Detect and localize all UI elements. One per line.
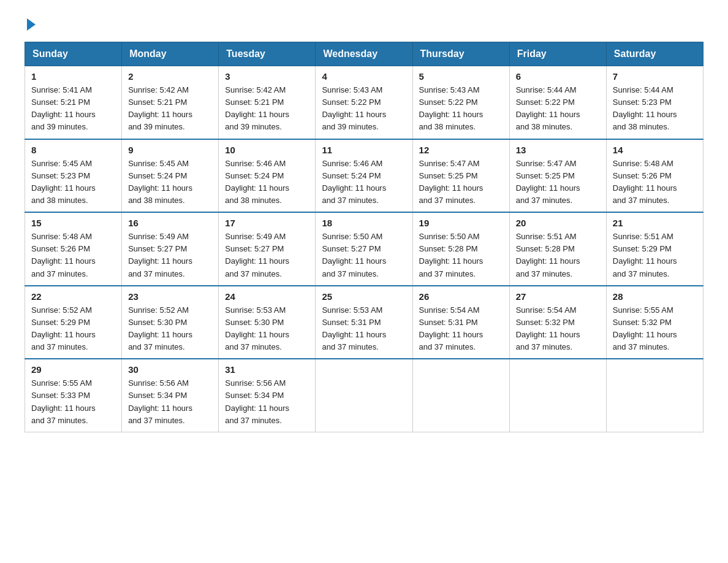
calendar-cell: 9 Sunrise: 5:45 AMSunset: 5:24 PMDayligh… — [122, 139, 219, 213]
day-number: 17 — [225, 218, 309, 228]
day-info: Sunrise: 5:52 AMSunset: 5:29 PMDaylight:… — [31, 304, 115, 354]
day-info: Sunrise: 5:47 AMSunset: 5:25 PMDaylight:… — [419, 158, 503, 207]
calendar-cell: 31 Sunrise: 5:56 AMSunset: 5:34 PMDaylig… — [219, 359, 316, 432]
day-number: 21 — [613, 218, 697, 228]
day-number: 27 — [516, 291, 600, 302]
calendar-week-3: 15 Sunrise: 5:48 AMSunset: 5:26 PMDaylig… — [25, 212, 703, 286]
day-info: Sunrise: 5:52 AMSunset: 5:30 PMDaylight:… — [128, 304, 212, 354]
logo-triangle-icon — [27, 18, 36, 31]
header-cell-sunday: Sunday — [25, 42, 122, 66]
calendar-week-2: 8 Sunrise: 5:45 AMSunset: 5:23 PMDayligh… — [25, 139, 703, 213]
day-number: 19 — [419, 218, 503, 228]
day-info: Sunrise: 5:54 AMSunset: 5:32 PMDaylight:… — [516, 304, 600, 354]
day-info: Sunrise: 5:56 AMSunset: 5:34 PMDaylight:… — [225, 377, 309, 427]
calendar-cell: 13 Sunrise: 5:47 AMSunset: 5:25 PMDaylig… — [509, 139, 606, 213]
calendar-table: SundayMondayTuesdayWednesdayThursdayFrid… — [25, 42, 703, 432]
day-number: 4 — [322, 71, 406, 82]
day-number: 15 — [31, 218, 115, 228]
calendar-cell: 27 Sunrise: 5:54 AMSunset: 5:32 PMDaylig… — [509, 286, 606, 359]
calendar-cell — [509, 359, 606, 432]
calendar-cell: 29 Sunrise: 5:55 AMSunset: 5:33 PMDaylig… — [25, 359, 122, 432]
day-info: Sunrise: 5:45 AMSunset: 5:23 PMDaylight:… — [31, 158, 115, 207]
logo-blue-text — [25, 18, 36, 29]
day-info: Sunrise: 5:44 AMSunset: 5:22 PMDaylight:… — [516, 84, 600, 134]
header-cell-friday: Friday — [509, 42, 606, 66]
day-number: 29 — [31, 364, 115, 375]
calendar-cell: 24 Sunrise: 5:53 AMSunset: 5:30 PMDaylig… — [219, 286, 316, 359]
day-info: Sunrise: 5:46 AMSunset: 5:24 PMDaylight:… — [322, 158, 406, 207]
day-info: Sunrise: 5:55 AMSunset: 5:32 PMDaylight:… — [613, 304, 697, 354]
calendar-body: 1 Sunrise: 5:41 AMSunset: 5:21 PMDayligh… — [25, 66, 703, 432]
day-number: 30 — [128, 364, 212, 375]
day-number: 23 — [128, 291, 212, 302]
day-number: 12 — [419, 145, 503, 155]
calendar-cell: 22 Sunrise: 5:52 AMSunset: 5:29 PMDaylig… — [25, 286, 122, 359]
day-info: Sunrise: 5:51 AMSunset: 5:29 PMDaylight:… — [613, 231, 697, 280]
calendar-header: SundayMondayTuesdayWednesdayThursdayFrid… — [25, 42, 703, 66]
header-row: SundayMondayTuesdayWednesdayThursdayFrid… — [25, 42, 703, 66]
day-number: 2 — [128, 71, 212, 82]
day-info: Sunrise: 5:43 AMSunset: 5:22 PMDaylight:… — [322, 84, 406, 134]
calendar-cell — [412, 359, 509, 432]
calendar-cell: 4 Sunrise: 5:43 AMSunset: 5:22 PMDayligh… — [316, 66, 412, 139]
calendar-week-4: 22 Sunrise: 5:52 AMSunset: 5:29 PMDaylig… — [25, 286, 703, 359]
day-info: Sunrise: 5:46 AMSunset: 5:24 PMDaylight:… — [225, 158, 309, 207]
day-number: 31 — [225, 364, 309, 375]
day-info: Sunrise: 5:50 AMSunset: 5:28 PMDaylight:… — [419, 231, 503, 280]
day-number: 5 — [419, 71, 503, 82]
header-cell-thursday: Thursday — [412, 42, 509, 66]
day-number: 25 — [322, 291, 406, 302]
day-info: Sunrise: 5:42 AMSunset: 5:21 PMDaylight:… — [225, 84, 309, 134]
header-cell-tuesday: Tuesday — [219, 42, 316, 66]
day-info: Sunrise: 5:47 AMSunset: 5:25 PMDaylight:… — [516, 158, 600, 207]
day-number: 16 — [128, 218, 212, 228]
day-info: Sunrise: 5:56 AMSunset: 5:34 PMDaylight:… — [128, 377, 212, 427]
day-number: 13 — [516, 145, 600, 155]
day-number: 11 — [322, 145, 406, 155]
day-number: 22 — [31, 291, 115, 302]
day-info: Sunrise: 5:49 AMSunset: 5:27 PMDaylight:… — [128, 231, 212, 280]
calendar-cell: 30 Sunrise: 5:56 AMSunset: 5:34 PMDaylig… — [122, 359, 219, 432]
day-number: 14 — [613, 145, 697, 155]
calendar-cell — [316, 359, 412, 432]
day-number: 26 — [419, 291, 503, 302]
calendar-cell: 21 Sunrise: 5:51 AMSunset: 5:29 PMDaylig… — [606, 212, 703, 286]
calendar-cell: 2 Sunrise: 5:42 AMSunset: 5:21 PMDayligh… — [122, 66, 219, 139]
calendar-cell: 16 Sunrise: 5:49 AMSunset: 5:27 PMDaylig… — [122, 212, 219, 286]
calendar-cell: 11 Sunrise: 5:46 AMSunset: 5:24 PMDaylig… — [316, 139, 412, 213]
day-info: Sunrise: 5:55 AMSunset: 5:33 PMDaylight:… — [31, 377, 115, 427]
calendar-cell: 3 Sunrise: 5:42 AMSunset: 5:21 PMDayligh… — [219, 66, 316, 139]
header-cell-wednesday: Wednesday — [316, 42, 412, 66]
day-number: 7 — [613, 71, 697, 82]
day-info: Sunrise: 5:50 AMSunset: 5:27 PMDaylight:… — [322, 231, 406, 280]
calendar-cell: 28 Sunrise: 5:55 AMSunset: 5:32 PMDaylig… — [606, 286, 703, 359]
day-info: Sunrise: 5:53 AMSunset: 5:30 PMDaylight:… — [225, 304, 309, 354]
calendar-cell: 25 Sunrise: 5:53 AMSunset: 5:31 PMDaylig… — [316, 286, 412, 359]
day-info: Sunrise: 5:49 AMSunset: 5:27 PMDaylight:… — [225, 231, 309, 280]
day-info: Sunrise: 5:48 AMSunset: 5:26 PMDaylight:… — [613, 158, 697, 207]
calendar-cell: 15 Sunrise: 5:48 AMSunset: 5:26 PMDaylig… — [25, 212, 122, 286]
day-number: 18 — [322, 218, 406, 228]
header-cell-monday: Monday — [122, 42, 219, 66]
calendar-cell: 7 Sunrise: 5:44 AMSunset: 5:23 PMDayligh… — [606, 66, 703, 139]
calendar-week-1: 1 Sunrise: 5:41 AMSunset: 5:21 PMDayligh… — [25, 66, 703, 139]
day-info: Sunrise: 5:54 AMSunset: 5:31 PMDaylight:… — [419, 304, 503, 354]
day-info: Sunrise: 5:42 AMSunset: 5:21 PMDaylight:… — [128, 84, 212, 134]
day-number: 28 — [613, 291, 697, 302]
day-info: Sunrise: 5:48 AMSunset: 5:26 PMDaylight:… — [31, 231, 115, 280]
calendar-cell: 5 Sunrise: 5:43 AMSunset: 5:22 PMDayligh… — [412, 66, 509, 139]
day-info: Sunrise: 5:53 AMSunset: 5:31 PMDaylight:… — [322, 304, 406, 354]
day-info: Sunrise: 5:45 AMSunset: 5:24 PMDaylight:… — [128, 158, 212, 207]
calendar-cell — [606, 359, 703, 432]
day-number: 10 — [225, 145, 309, 155]
day-number: 8 — [31, 145, 115, 155]
calendar-cell: 6 Sunrise: 5:44 AMSunset: 5:22 PMDayligh… — [509, 66, 606, 139]
calendar-cell: 19 Sunrise: 5:50 AMSunset: 5:28 PMDaylig… — [412, 212, 509, 286]
day-number: 3 — [225, 71, 309, 82]
calendar-cell: 1 Sunrise: 5:41 AMSunset: 5:21 PMDayligh… — [25, 66, 122, 139]
calendar-cell: 20 Sunrise: 5:51 AMSunset: 5:28 PMDaylig… — [509, 212, 606, 286]
calendar-cell: 26 Sunrise: 5:54 AMSunset: 5:31 PMDaylig… — [412, 286, 509, 359]
calendar-cell: 18 Sunrise: 5:50 AMSunset: 5:27 PMDaylig… — [316, 212, 412, 286]
day-number: 1 — [31, 71, 115, 82]
day-number: 9 — [128, 145, 212, 155]
